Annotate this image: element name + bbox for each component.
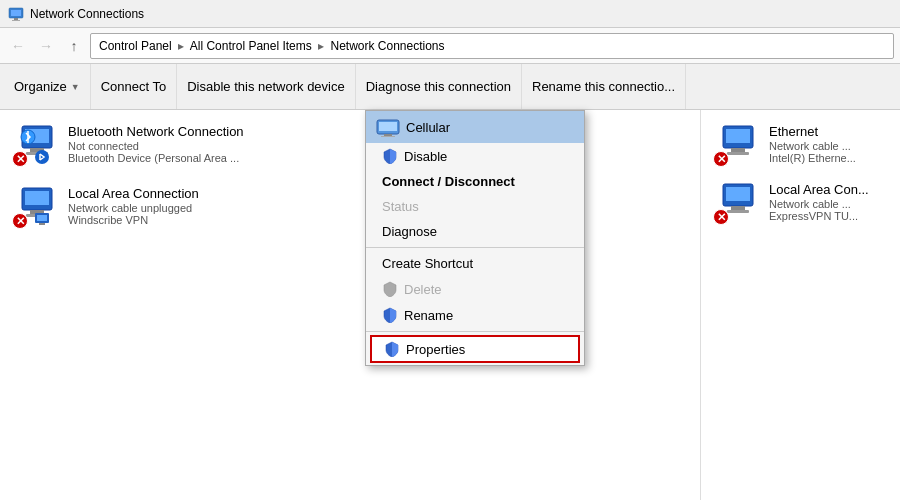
error-badge: ✕ <box>12 151 28 167</box>
svg-rect-24 <box>726 129 750 143</box>
svg-rect-26 <box>727 152 749 155</box>
context-menu-divider-2 <box>366 331 584 332</box>
list-item[interactable]: ✕ Local Area Connection Network cable un… <box>8 180 692 238</box>
error-badge: ✕ <box>12 213 28 229</box>
organize-arrow: ▼ <box>71 82 80 92</box>
back-button[interactable]: ← <box>6 34 30 58</box>
ethernet-icon-wrapper: ✕ <box>717 124 759 163</box>
ethernet-info: Ethernet Network cable ... Intel(R) Ethe… <box>769 124 884 164</box>
address-box[interactable]: Control Panel ▸ All Control Panel Items … <box>90 33 894 59</box>
local-area2-status: Network cable ... <box>769 198 884 210</box>
svg-point-10 <box>35 150 49 164</box>
local-area-icon-wrapper: ✕ <box>16 186 58 225</box>
ethernet-status: Network cable ... <box>769 140 884 152</box>
context-menu-header: Cellular <box>366 111 584 143</box>
local-area2-name: Local Area Con... <box>769 182 884 197</box>
context-menu-properties[interactable]: Properties <box>370 335 580 363</box>
svg-rect-13 <box>25 191 49 205</box>
network-list: ✕ Bluetooth Network Connection Not conne… <box>0 110 700 500</box>
svg-rect-21 <box>384 134 392 136</box>
address-bar: ← → ↑ Control Panel ▸ All Control Panel … <box>0 28 900 64</box>
shield-icon <box>382 148 398 164</box>
rename-button[interactable]: Rename this connectio... <box>522 64 686 109</box>
context-menu-disable[interactable]: Disable <box>366 143 584 169</box>
context-menu-divider-1 <box>366 247 584 248</box>
vpn-overlay-icon <box>34 211 50 227</box>
toolbar: Organize ▼ Connect To Disable this netwo… <box>0 64 900 110</box>
connect-to-button[interactable]: Connect To <box>91 64 178 109</box>
forward-button[interactable]: → <box>34 34 58 58</box>
svg-rect-20 <box>379 122 397 131</box>
svg-rect-29 <box>731 206 745 210</box>
svg-rect-3 <box>12 20 20 21</box>
context-menu-rename[interactable]: Rename <box>366 302 584 328</box>
context-menu-connect[interactable]: Connect / Disconnect <box>366 169 584 194</box>
list-item[interactable]: ✕ Local Area Con... Network cable ... Ex… <box>709 176 892 228</box>
svg-rect-30 <box>727 210 749 213</box>
up-button[interactable]: ↑ <box>62 34 86 58</box>
svg-rect-22 <box>381 136 395 137</box>
bluetooth-overlay-icon <box>34 149 50 165</box>
context-menu-create-shortcut[interactable]: Create Shortcut <box>366 251 584 276</box>
ethernet-detail: Intel(R) Etherne... <box>769 152 884 164</box>
svg-rect-25 <box>731 148 745 152</box>
local-area2-info: Local Area Con... Network cable ... Expr… <box>769 182 884 222</box>
ethernet-name: Ethernet <box>769 124 884 139</box>
breadcrumb-text: Control Panel ▸ All Control Panel Items … <box>99 39 445 53</box>
list-item[interactable]: ✕ Bluetooth Network Connection Not conne… <box>8 118 692 176</box>
title-bar-text: Network Connections <box>30 7 144 21</box>
context-menu: Cellular Disable Connect / Disconnect St… <box>365 110 585 366</box>
context-menu-diagnose[interactable]: Diagnose <box>366 219 584 244</box>
svg-rect-28 <box>726 187 750 201</box>
local-area2-detail: ExpressVPN TU... <box>769 210 884 222</box>
svg-rect-18 <box>39 223 45 225</box>
cellular-icon <box>376 117 400 137</box>
diagnose-button[interactable]: Diagnose this connection <box>356 64 522 109</box>
shield-icon <box>384 341 400 357</box>
shield-icon <box>382 307 398 323</box>
error-badge: ✕ <box>713 151 729 167</box>
organize-button[interactable]: Organize ▼ <box>4 64 91 109</box>
titlebar-icon <box>8 6 24 22</box>
list-item[interactable]: ✕ Ethernet Network cable ... Intel(R) Et… <box>709 118 892 170</box>
svg-rect-17 <box>37 215 47 221</box>
error-badge: ✕ <box>713 209 729 225</box>
local-area2-icon-wrapper: ✕ <box>717 182 759 221</box>
right-panel: ✕ Ethernet Network cable ... Intel(R) Et… <box>700 110 900 500</box>
content-area: ✕ Bluetooth Network Connection Not conne… <box>0 110 900 500</box>
svg-rect-1 <box>11 10 21 16</box>
disable-network-button[interactable]: Disable this network device <box>177 64 356 109</box>
shield-icon <box>382 281 398 297</box>
title-bar: Network Connections <box>0 0 900 28</box>
context-menu-delete: Delete <box>366 276 584 302</box>
bluetooth-icon-wrapper: ✕ <box>16 124 58 163</box>
svg-rect-2 <box>14 18 18 20</box>
context-menu-status: Status <box>366 194 584 219</box>
